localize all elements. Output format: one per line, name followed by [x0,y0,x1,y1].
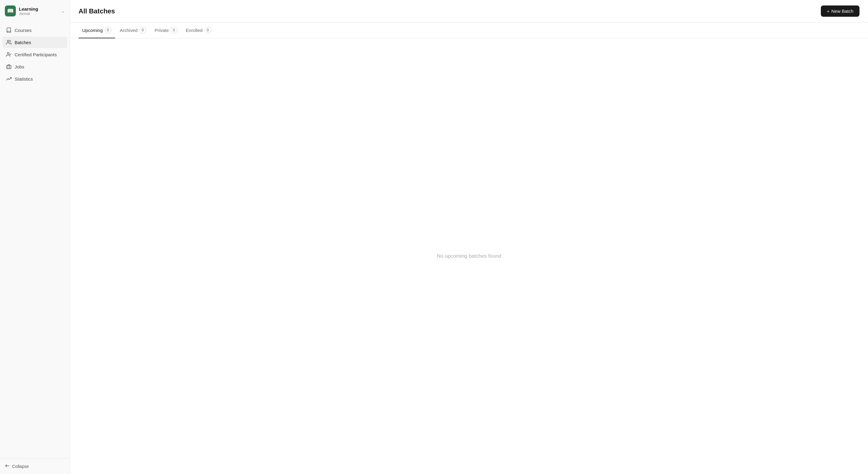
plus-icon: + [827,8,830,14]
sidebar-item-batches[interactable]: Batches [2,36,67,48]
sidebar-nav: Courses Batches Certified [0,22,70,458]
svg-point-0 [7,40,9,42]
collapse-button[interactable]: Collapse [5,463,65,469]
app-subtitle: Jannat [19,11,38,16]
book-icon [6,27,11,33]
trending-up-icon [6,76,11,82]
tab-upcoming-label: Upcoming [82,28,103,33]
sidebar-item-jobs[interactable]: Jobs [2,61,67,72]
chevron-down-icon: ⌄ [61,8,65,13]
briefcase-icon [6,64,11,69]
sidebar-item-certified-participants[interactable]: Certified Participants [2,49,67,60]
main-header: All Batches + New Batch [70,0,868,23]
main-content: All Batches + New Batch Upcoming 0 Archi… [70,0,868,474]
tab-private[interactable]: Private 0 [151,23,181,38]
new-batch-button[interactable]: + New Batch [821,5,860,17]
sidebar-item-batches-label: Batches [14,40,31,45]
sidebar-item-courses[interactable]: Courses [2,24,67,36]
content-area: No upcoming batches found [70,38,868,474]
svg-point-1 [7,52,9,54]
sidebar-item-jobs-label: Jobs [14,64,24,69]
new-batch-label: New Batch [831,8,854,14]
tab-private-badge: 0 [171,27,178,33]
people-icon [6,39,11,45]
app-switcher[interactable]: 📖 Learning Jannat ⌄ [0,0,70,22]
tab-archived-label: Archived [120,28,137,33]
app-name: Learning [19,6,38,11]
app-logo: 📖 [5,5,16,17]
collapse-icon [5,463,10,469]
tab-upcoming[interactable]: Upcoming 0 [79,23,115,38]
tab-enrolled-badge: 0 [205,27,211,33]
tab-archived-badge: 0 [140,27,146,33]
sidebar-item-statistics[interactable]: Statistics [2,73,67,85]
sidebar-item-courses-label: Courses [14,28,32,33]
tab-upcoming-badge: 0 [105,27,112,33]
svg-rect-2 [7,65,11,69]
person-check-icon [6,52,11,57]
tab-enrolled-label: Enrolled [186,28,203,33]
collapse-label: Collapse [12,464,29,469]
sidebar: 📖 Learning Jannat ⌄ Courses [0,0,70,474]
tab-private-label: Private [155,28,169,33]
sidebar-item-statistics-label: Statistics [14,76,33,82]
tab-archived[interactable]: Archived 0 [116,23,150,38]
tabs-bar: Upcoming 0 Archived 0 Private 0 Enrolled… [70,23,868,38]
sidebar-item-certified-participants-label: Certified Participants [14,52,57,57]
sidebar-footer: Collapse [0,458,70,474]
tab-enrolled[interactable]: Enrolled 0 [182,23,215,38]
page-title: All Batches [79,7,115,15]
empty-state-message: No upcoming batches found [437,253,501,259]
